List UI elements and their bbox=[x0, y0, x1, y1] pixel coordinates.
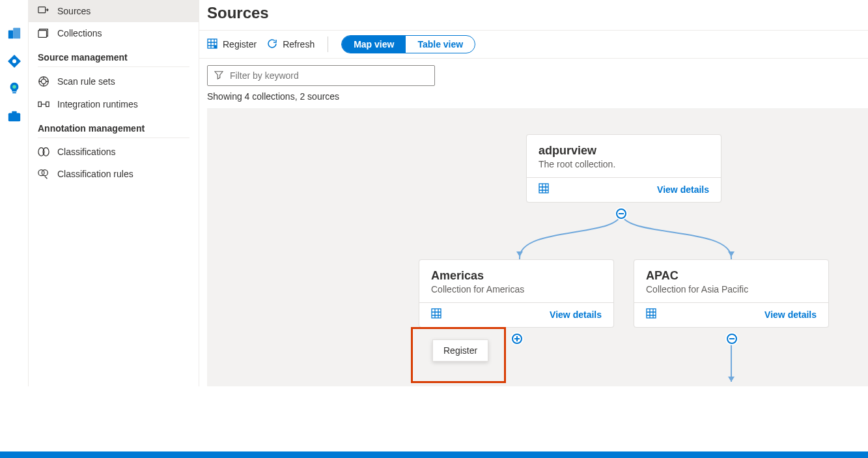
status-line: Showing 4 collections, 2 sources bbox=[199, 86, 868, 108]
svg-rect-1 bbox=[13, 28, 20, 39]
svg-rect-5 bbox=[8, 113, 20, 121]
nav-label: Scan rule sets bbox=[57, 76, 115, 87]
register-popup[interactable]: Register bbox=[432, 339, 488, 362]
page-title: Sources bbox=[199, 0, 868, 30]
sources-icon bbox=[38, 6, 49, 16]
svg-point-16 bbox=[42, 170, 48, 176]
svg-rect-0 bbox=[8, 31, 12, 39]
scan-rule-sets-icon bbox=[38, 76, 49, 87]
nav-section-source-mgmt: Source management bbox=[29, 44, 199, 66]
svg-rect-21 bbox=[619, 213, 624, 214]
bottom-bar bbox=[0, 451, 868, 458]
view-details-link[interactable]: View details bbox=[550, 309, 602, 320]
svg-rect-22 bbox=[432, 309, 441, 318]
collections-icon bbox=[38, 28, 49, 38]
svg-point-3 bbox=[12, 59, 16, 63]
svg-rect-12 bbox=[46, 102, 49, 106]
collapse-badge[interactable] bbox=[725, 332, 738, 345]
collapse-badge[interactable] bbox=[615, 207, 628, 220]
node-americas[interactable]: Americas Collection for Americas View de… bbox=[419, 259, 614, 328]
node-apac[interactable]: APAC Collection for Asia Pacific View de… bbox=[634, 259, 829, 328]
nav-item-collections[interactable]: Collections bbox=[29, 22, 199, 44]
rail-management-icon[interactable] bbox=[7, 108, 22, 124]
svg-rect-6 bbox=[12, 111, 16, 114]
nav-item-integration-runtimes[interactable]: Integration runtimes bbox=[29, 93, 199, 115]
svg-rect-8 bbox=[38, 31, 47, 38]
node-subtitle: Collection for Americas bbox=[431, 284, 602, 294]
rail-insights-icon[interactable] bbox=[7, 81, 22, 96]
grid-icon[interactable] bbox=[431, 308, 441, 321]
grid-icon[interactable] bbox=[539, 183, 549, 195]
filter-text-input[interactable] bbox=[229, 70, 428, 81]
svg-rect-19 bbox=[539, 184, 548, 193]
svg-rect-11 bbox=[38, 102, 42, 106]
svg-point-4 bbox=[12, 85, 16, 89]
register-icon bbox=[207, 38, 217, 51]
nav-label: Integration runtimes bbox=[57, 99, 138, 109]
refresh-label: Refresh bbox=[283, 39, 315, 50]
expand-badge[interactable] bbox=[511, 332, 524, 345]
nav-item-sources[interactable]: Sources bbox=[29, 0, 199, 22]
classifications-icon bbox=[38, 147, 49, 157]
register-button[interactable]: Register bbox=[207, 38, 257, 51]
nav-label: Classification rules bbox=[57, 169, 133, 179]
classification-rules-icon bbox=[38, 169, 49, 179]
refresh-icon bbox=[267, 38, 277, 51]
nav-panel: Sources Collections Source management Sc… bbox=[29, 0, 199, 386]
view-details-link[interactable]: View details bbox=[764, 309, 817, 320]
nav-item-classification-rules[interactable]: Classification rules bbox=[29, 163, 199, 185]
svg-point-18 bbox=[215, 46, 217, 48]
nav-item-classifications[interactable]: Classifications bbox=[29, 141, 199, 163]
rail-collection-icon[interactable] bbox=[7, 26, 22, 42]
popup-label: Register bbox=[443, 345, 477, 356]
svg-point-10 bbox=[41, 79, 46, 83]
integration-runtimes-icon bbox=[38, 99, 49, 109]
node-subtitle: The root collection. bbox=[539, 159, 709, 169]
view-toggle: Map view Table view bbox=[341, 35, 475, 53]
map-view-tab[interactable]: Map view bbox=[342, 36, 406, 53]
nav-label: Collections bbox=[57, 28, 102, 38]
node-title: APAC bbox=[646, 269, 817, 283]
nav-item-scan-rule-sets[interactable]: Scan rule sets bbox=[29, 70, 199, 93]
svg-rect-7 bbox=[38, 7, 46, 13]
filter-icon bbox=[214, 70, 223, 81]
map-canvas[interactable]: adpurview The root collection. View deta… bbox=[207, 108, 868, 386]
svg-rect-28 bbox=[729, 338, 735, 339]
node-root[interactable]: adpurview The root collection. View deta… bbox=[526, 134, 721, 203]
node-title: Americas bbox=[431, 269, 602, 283]
rail-map-icon[interactable] bbox=[7, 53, 22, 69]
icon-rail bbox=[0, 0, 29, 386]
toolbar: Register Refresh Map view Table view bbox=[199, 30, 868, 59]
refresh-button[interactable]: Refresh bbox=[267, 38, 315, 51]
svg-rect-25 bbox=[516, 336, 518, 341]
svg-rect-26 bbox=[647, 309, 656, 318]
node-subtitle: Collection for Asia Pacific bbox=[646, 284, 817, 294]
table-view-tab[interactable]: Table view bbox=[406, 36, 475, 53]
register-label: Register bbox=[223, 39, 257, 50]
nav-section-anno-mgmt: Annotation management bbox=[29, 115, 199, 137]
grid-icon[interactable] bbox=[646, 308, 656, 321]
nav-label: Sources bbox=[57, 6, 91, 16]
node-title: adpurview bbox=[539, 144, 709, 158]
view-details-link[interactable]: View details bbox=[657, 184, 709, 195]
nav-label: Classifications bbox=[57, 147, 115, 157]
main-content: Sources Register Refresh Map view Table … bbox=[199, 0, 868, 386]
filter-input[interactable] bbox=[207, 65, 435, 86]
